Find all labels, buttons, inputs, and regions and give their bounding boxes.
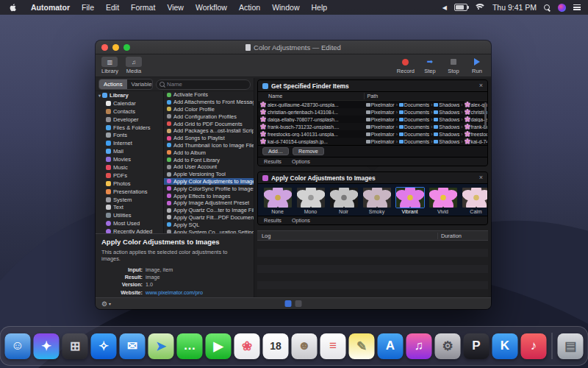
block1-options-link[interactable]: Options (292, 158, 310, 165)
block1-results-link[interactable]: Results (264, 158, 282, 165)
notification-center-icon[interactable] (573, 4, 581, 10)
minimize-button[interactable] (112, 44, 119, 51)
menu-edit[interactable]: Edit (106, 3, 119, 12)
action-list-item[interactable]: Add Songs to Playlist (164, 135, 254, 142)
block2-close-icon[interactable]: × (479, 174, 483, 181)
block1-header[interactable]: Get Specified Finder Items × (258, 80, 487, 92)
menu-file[interactable]: File (82, 3, 94, 12)
library-root-item[interactable]: ▾Library (96, 91, 163, 99)
action-list-item[interactable]: Apply ColorSync Profile to Images (164, 185, 254, 192)
sidebar-item-recently-added[interactable]: Recently Added (96, 227, 163, 233)
finder-item-row[interactable]: frank-busch-731232-unsplash....Pixelmato… (258, 123, 487, 130)
stop-button[interactable]: Stop (445, 57, 462, 74)
preset-noir[interactable]: Noir (329, 187, 359, 214)
dock-item-trash[interactable]: ▤ (558, 333, 584, 359)
block2-results-link[interactable]: Results (264, 217, 282, 224)
finder-item-row[interactable]: freestocks-org-140131-unspla...Pixelmato… (258, 130, 487, 138)
action-list-item[interactable]: Add Thumbnail Icon to Image Files (164, 142, 254, 149)
battery-icon[interactable] (454, 4, 467, 11)
remove-button[interactable]: Remove (293, 147, 324, 156)
dock-item-launchpad[interactable]: ⊞ (62, 333, 88, 359)
dock-item-photos[interactable]: ❀ (234, 333, 260, 359)
apple-menu-icon[interactable] (9, 3, 18, 12)
dock-item-messages[interactable]: … (177, 333, 203, 359)
sidebar-item-most-used[interactable]: Most Used (96, 219, 163, 227)
spotlight-icon[interactable] (544, 4, 551, 11)
column-path[interactable]: Path (364, 93, 487, 99)
table-scrollbar[interactable] (484, 102, 487, 127)
action-list-item[interactable]: Add Color Profile (164, 106, 254, 113)
search-input[interactable] (167, 81, 247, 88)
dock-item-itunes[interactable]: ♫ (406, 333, 432, 359)
dock-item-pixelmator[interactable]: P (464, 333, 490, 359)
dock-item-music[interactable]: ♪ (521, 333, 547, 359)
action-list-item[interactable]: Add Packages a...ost-Install Scripts (164, 127, 254, 135)
action-list-item[interactable]: Add Attachments to Front Message (164, 99, 254, 106)
action-list-item[interactable]: Apple Versioning Tool (164, 171, 254, 178)
action-list-item[interactable]: Add to Album (164, 149, 254, 156)
tab-variables[interactable]: Variables (127, 79, 153, 89)
menubar-clock[interactable]: Thu 9:41 PM (492, 3, 537, 12)
siri-icon[interactable] (558, 4, 566, 12)
dock-item-mail[interactable]: ✉ (120, 333, 146, 359)
dock-item-preferences[interactable]: ⚙ (435, 333, 461, 359)
preset-smoky[interactable]: Smoky (362, 187, 392, 214)
sidebar-item-music[interactable]: Music (96, 163, 163, 171)
menu-format[interactable]: Format (131, 3, 155, 12)
wifi-icon[interactable] (475, 4, 485, 11)
sidebar-item-text[interactable]: Text (96, 203, 163, 211)
preset-none[interactable]: None (262, 187, 293, 214)
dock-item-siri[interactable]: ✦ (34, 333, 60, 359)
sidebar-item-pdfs[interactable]: PDFs (96, 171, 163, 180)
block2-options-link[interactable]: Options (292, 217, 310, 224)
action-list-item[interactable]: Apply SQL (164, 221, 254, 228)
sidebar-item-utilities[interactable]: Utilities (96, 211, 163, 219)
sidebar-item-presentations[interactable]: Presentations (96, 188, 163, 196)
sidebar-item-photos[interactable]: Photos (96, 180, 163, 188)
volume-icon[interactable]: ◀ (442, 4, 447, 11)
action-list-item[interactable]: Apply System Co...uration Settings (164, 228, 254, 233)
action-list-item[interactable]: Apply Effects to Images (164, 192, 254, 199)
finder-item-row[interactable]: daiga-ellaby-708077-unsplash...Pixelmato… (258, 116, 487, 123)
preset-mono[interactable]: Mono (295, 187, 326, 214)
menu-workflow[interactable]: Workflow (196, 3, 227, 12)
action-list-item[interactable]: Add Grid to PDF Documents (164, 120, 254, 127)
dock-item-notes[interactable]: ✎ (349, 333, 375, 359)
action-list-item[interactable]: Apply Image Adjustment Preset (164, 199, 254, 207)
action-list-item[interactable]: Activate Fonts (164, 91, 254, 99)
preset-calm[interactable]: Calm (461, 187, 488, 214)
sidebar-item-files-folders[interactable]: Files & Folders (96, 124, 163, 132)
finder-item-row[interactable]: kai-d-740154-unsplash.jp...Pixelmator›Do… (258, 138, 487, 145)
finder-item-row[interactable]: alex-guillaume-428730-unspla...Pixelmato… (258, 101, 487, 108)
dock-item-reminders[interactable]: ≡ (320, 333, 346, 359)
gear-icon[interactable]: ⚙ (101, 300, 107, 308)
menu-action[interactable]: Action (239, 3, 260, 12)
sidebar-item-movies[interactable]: Movies (96, 155, 163, 163)
sidebar-item-internet[interactable]: Internet (96, 139, 163, 147)
action-list-item[interactable]: Apply Quartz Filt...PDF Documents (164, 214, 254, 222)
menu-view[interactable]: View (167, 3, 184, 12)
library-toolbar-button[interactable]: ▥ Library (101, 57, 118, 74)
column-name[interactable]: Name (258, 93, 364, 99)
sidebar-item-calendar[interactable]: Calendar (96, 99, 163, 107)
tab-actions[interactable]: Actions (99, 79, 127, 89)
action-list-item[interactable]: Add to Font Library (164, 156, 254, 163)
menu-window[interactable]: Window (272, 3, 299, 12)
menu-help[interactable]: Help (311, 3, 327, 12)
action-list-item[interactable]: Add User Account (164, 163, 254, 171)
preset-vivid[interactable]: Vivid (428, 187, 458, 214)
sidebar-item-mail[interactable]: Mail (96, 147, 163, 155)
titlebar[interactable]: Color Adjustments — Edited (96, 40, 491, 54)
block1-close-icon[interactable]: × (479, 82, 483, 89)
action-list-item[interactable]: Apply Quartz Co...ter to Image Files (164, 207, 254, 214)
sidebar-item-system[interactable]: System (96, 196, 163, 204)
close-button[interactable] (101, 44, 108, 51)
dock-item-facetime[interactable]: ▶ (206, 333, 232, 359)
dock-item-finder[interactable]: ☺ (5, 333, 31, 359)
dock-item-safari[interactable]: ✧ (91, 333, 117, 359)
view-workflow-button[interactable] (285, 300, 292, 307)
dock-item-maps[interactable]: ➤ (148, 333, 174, 359)
sidebar-item-fonts[interactable]: Fonts (96, 131, 163, 139)
sidebar-item-developer[interactable]: Developer (96, 116, 163, 124)
action-list-item[interactable]: Apply Color Adjustments to Images (164, 178, 254, 185)
